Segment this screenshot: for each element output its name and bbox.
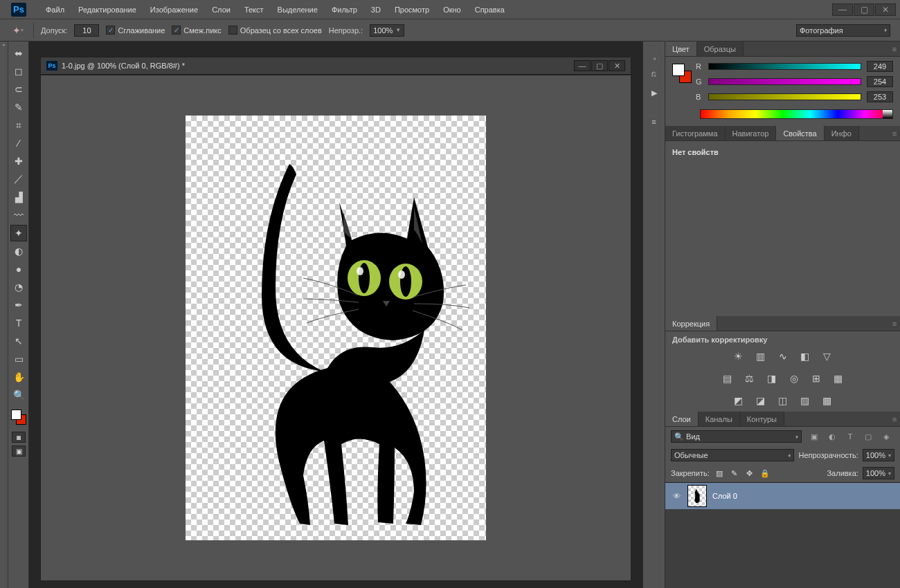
- minimize-button[interactable]: —: [832, 3, 853, 16]
- history-icon[interactable]: ⎌: [647, 66, 662, 81]
- menu-window[interactable]: Окно: [436, 0, 468, 19]
- menu-layers[interactable]: Слои: [205, 0, 237, 19]
- r-value[interactable]: 249: [867, 61, 893, 72]
- menu-filter[interactable]: Фильтр: [325, 0, 364, 19]
- tab-swatches[interactable]: Образцы: [697, 42, 744, 56]
- tab-histogram[interactable]: Гистограмма: [665, 126, 726, 140]
- move-tool[interactable]: ⬌: [10, 45, 27, 62]
- workspace-dropdown[interactable]: Фотография♦: [796, 24, 890, 37]
- clone-tool[interactable]: ▟: [10, 189, 27, 205]
- g-slider[interactable]: [708, 78, 861, 85]
- magic-wand-tool[interactable]: ✦: [10, 225, 27, 241]
- pen-tool[interactable]: ✒: [10, 297, 27, 313]
- menu-help[interactable]: Справка: [468, 0, 512, 19]
- exposure-icon[interactable]: ◧: [798, 349, 812, 363]
- menu-edit[interactable]: Редактирование: [71, 0, 143, 19]
- all-layers-checkbox[interactable]: Образец со всех слоев: [228, 26, 322, 35]
- menu-select[interactable]: Выделение: [271, 0, 325, 19]
- fill-input[interactable]: 100%▾: [863, 467, 894, 479]
- lock-transparency-icon[interactable]: ▨: [714, 468, 725, 479]
- doc-maximize-button[interactable]: ▢: [591, 60, 608, 71]
- type-tool[interactable]: T: [10, 315, 27, 331]
- magic-wand-icon[interactable]: ✦▾: [10, 22, 26, 39]
- eyedropper-tool[interactable]: ⁄: [10, 135, 27, 151]
- b-slider[interactable]: [708, 93, 861, 100]
- panel-menu-icon[interactable]: ≡: [889, 42, 900, 56]
- opacity-dropdown[interactable]: 100%▼: [370, 24, 404, 37]
- mixer-icon[interactable]: ⊞: [809, 371, 823, 385]
- lookup-icon[interactable]: ▦: [831, 371, 845, 385]
- bw-icon[interactable]: ◨: [765, 371, 779, 385]
- tab-properties[interactable]: Свойства: [776, 126, 824, 140]
- tab-color[interactable]: Цвет: [665, 42, 697, 56]
- brightness-icon[interactable]: ☀: [732, 349, 746, 363]
- color-swatch[interactable]: [11, 410, 26, 425]
- anti-alias-checkbox[interactable]: ✓ Сглаживание: [106, 26, 165, 35]
- panel-menu-icon[interactable]: ≡: [889, 126, 900, 140]
- tolerance-input[interactable]: 10: [74, 24, 99, 37]
- balance-icon[interactable]: ⚖: [743, 371, 757, 385]
- maximize-button[interactable]: ▢: [854, 3, 874, 16]
- actions-icon[interactable]: ▶: [647, 85, 662, 100]
- layer-opacity-input[interactable]: 100%▾: [863, 449, 894, 461]
- tab-navigator[interactable]: Навигатор: [726, 126, 777, 140]
- photo-filter-icon[interactable]: ◎: [787, 371, 801, 385]
- tab-channels[interactable]: Каналы: [699, 412, 740, 426]
- tab-paths[interactable]: Контуры: [740, 412, 784, 426]
- screen-mode-button[interactable]: ▣: [12, 445, 26, 457]
- posterize-icon[interactable]: ◪: [754, 394, 768, 407]
- paragraph-icon[interactable]: ≡: [647, 114, 662, 129]
- gradient-map-icon[interactable]: ▨: [798, 394, 812, 407]
- dodge-tool[interactable]: ◔: [10, 279, 27, 295]
- tab-info[interactable]: Инфо: [825, 126, 859, 140]
- doc-minimize-button[interactable]: —: [574, 60, 591, 71]
- vibrance-icon[interactable]: ▽: [820, 349, 834, 363]
- layer-name[interactable]: Слой 0: [712, 492, 737, 500]
- blur-tool[interactable]: ●: [10, 261, 27, 277]
- history-brush-tool[interactable]: 〰: [10, 207, 27, 223]
- canvas-viewport[interactable]: [40, 75, 631, 581]
- invert-icon[interactable]: ◩: [732, 394, 746, 407]
- menu-image[interactable]: Изображение: [143, 0, 205, 19]
- hand-tool[interactable]: ✋: [10, 369, 27, 385]
- tab-adjustments[interactable]: Коррекция: [665, 316, 717, 331]
- marquee-tool[interactable]: ◻: [10, 63, 27, 80]
- doc-close-button[interactable]: ✕: [609, 60, 625, 71]
- g-value[interactable]: 254: [867, 76, 893, 87]
- menu-3d[interactable]: 3D: [364, 0, 388, 19]
- contiguous-checkbox[interactable]: ✓ Смеж.пикс: [172, 26, 221, 35]
- gradient-tool[interactable]: ◐: [10, 243, 27, 259]
- lock-all-icon[interactable]: 🔒: [759, 468, 771, 479]
- close-button[interactable]: ✕: [875, 3, 896, 16]
- threshold-icon[interactable]: ◫: [776, 394, 790, 407]
- selective-icon[interactable]: ▩: [820, 394, 834, 407]
- curves-icon[interactable]: ∿: [776, 349, 790, 363]
- quick-mask-button[interactable]: ◙: [12, 432, 26, 443]
- collapse-handle[interactable]: ▸: [0, 42, 8, 588]
- quick-select-tool[interactable]: ✎: [10, 99, 27, 116]
- panel-menu-icon[interactable]: ≡: [889, 316, 900, 331]
- filter-shape-icon[interactable]: ▢: [863, 431, 874, 442]
- r-slider[interactable]: [708, 63, 861, 70]
- lock-paint-icon[interactable]: ✎: [729, 468, 740, 479]
- heal-tool[interactable]: ✚: [10, 153, 27, 169]
- tab-layers[interactable]: Слои: [665, 412, 699, 426]
- filter-adjust-icon[interactable]: ◐: [827, 431, 838, 442]
- menu-view[interactable]: Просмотр: [388, 0, 436, 19]
- panel-menu-icon[interactable]: ≡: [889, 412, 900, 426]
- filter-pixel-icon[interactable]: ▣: [809, 431, 820, 442]
- brush-tool[interactable]: ／: [10, 171, 27, 187]
- blend-mode-dropdown[interactable]: Обычные♦: [671, 449, 794, 461]
- crop-tool[interactable]: ⌗: [10, 117, 27, 134]
- hue-icon[interactable]: ▤: [721, 371, 735, 385]
- color-mini-swatch[interactable]: [672, 64, 692, 83]
- menu-file[interactable]: Файл: [39, 0, 71, 19]
- lasso-tool[interactable]: ⊂: [10, 81, 27, 98]
- spectrum-bar[interactable]: [700, 109, 893, 119]
- lock-position-icon[interactable]: ✥: [744, 468, 755, 479]
- layer-thumbnail[interactable]: [687, 485, 707, 507]
- levels-icon[interactable]: ▥: [754, 349, 768, 363]
- layer-item[interactable]: 👁 Слой 0: [665, 483, 900, 509]
- filter-smart-icon[interactable]: ◈: [881, 431, 892, 442]
- shape-tool[interactable]: ▭: [10, 351, 27, 367]
